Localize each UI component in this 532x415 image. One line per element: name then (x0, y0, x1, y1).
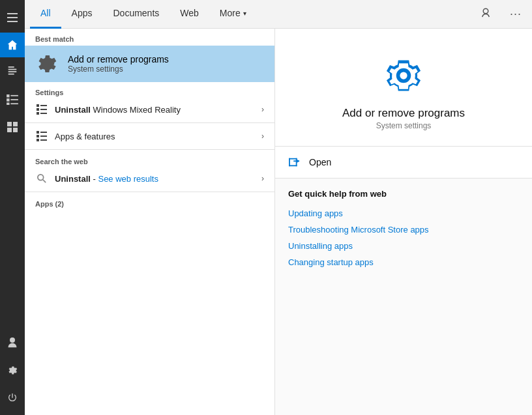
home-icon[interactable] (0, 33, 25, 57)
settings-list-icon (35, 103, 48, 116)
svg-rect-24 (40, 113, 47, 114)
svg-rect-6 (8, 74, 14, 75)
best-match-subtitle: System settings (68, 64, 169, 74)
apps-count-label: Apps (2) (25, 193, 274, 209)
svg-rect-14 (13, 122, 18, 126)
detail-gear-icon (380, 52, 427, 99)
nav-right-icons: ··· (475, 5, 527, 24)
svg-rect-19 (37, 104, 39, 107)
svg-rect-23 (37, 112, 39, 115)
svg-rect-15 (7, 128, 12, 132)
document-icon[interactable] (0, 60, 25, 85)
best-match-text: Add or remove programs System settings (68, 54, 169, 74)
list-icon[interactable] (0, 87, 25, 112)
svg-point-18 (483, 8, 488, 14)
svg-rect-2 (7, 21, 18, 22)
detail-title: Add or remove programs (342, 107, 465, 120)
svg-rect-35 (289, 165, 297, 166)
svg-line-32 (43, 180, 46, 182)
main-panel: All Apps Documents Web More ▾ ··· (25, 0, 532, 415)
svg-rect-12 (10, 103, 18, 104)
cortana-icon[interactable] (475, 5, 497, 24)
grid-icon[interactable] (0, 115, 25, 139)
svg-rect-22 (40, 109, 47, 110)
svg-rect-16 (13, 128, 18, 132)
svg-rect-30 (40, 139, 47, 141)
svg-rect-36 (296, 158, 297, 166)
tab-all[interactable]: All (30, 0, 61, 29)
apps-features-icon (35, 130, 48, 143)
svg-rect-10 (10, 99, 18, 100)
open-label: Open (309, 157, 331, 167)
best-match-title: Add or remove programs (68, 54, 169, 64)
tab-more[interactable]: More ▾ (209, 0, 257, 29)
hamburger-menu-icon[interactable] (0, 5, 25, 30)
divider2 (25, 149, 274, 150)
search-web-icon (35, 172, 48, 185)
web-link-3[interactable]: Uninstalling apps (288, 238, 519, 254)
web-help-section: Get quick help from web Updating apps Tr… (275, 179, 532, 276)
settings-icon[interactable] (0, 358, 25, 382)
detail-panel: Add or remove programs System settings O… (274, 29, 532, 415)
sidebar (0, 0, 25, 415)
top-nav: All Apps Documents Web More ▾ ··· (25, 0, 532, 29)
search-uninstall-web-item[interactable]: Uninstall - See web results › (25, 167, 274, 190)
best-match-label: Best match (25, 29, 274, 46)
web-link-1[interactable]: Updating apps (288, 205, 519, 222)
tab-documents[interactable]: Documents (102, 0, 170, 29)
detail-hero: Add or remove programs System settings (275, 29, 532, 147)
svg-rect-11 (7, 102, 9, 105)
apps-features-label: Apps & features (55, 132, 115, 141)
svg-rect-13 (7, 122, 12, 126)
svg-rect-28 (40, 136, 47, 137)
svg-rect-20 (40, 105, 47, 106)
person-icon[interactable] (0, 330, 25, 355)
web-link-4[interactable]: Changing startup apps (288, 254, 519, 270)
tab-web[interactable]: Web (170, 0, 209, 29)
search-web-label: Search the web (25, 151, 274, 167)
power-icon[interactable] (0, 385, 25, 410)
svg-rect-0 (7, 13, 18, 14)
content-area: Best match Add or remove programs System… (25, 29, 532, 415)
detail-subtitle: System settings (376, 121, 432, 130)
tab-apps[interactable]: Apps (61, 0, 103, 29)
svg-rect-33 (289, 158, 297, 160)
svg-rect-7 (7, 94, 9, 97)
svg-rect-8 (10, 95, 18, 96)
divider3 (25, 192, 274, 192)
open-action[interactable]: Open (275, 147, 532, 179)
web-link-2[interactable]: Troubleshooting Microsoft Store apps (288, 222, 519, 238)
uninstall-mixed-reality-label: Uninstall Windows Mixed Reality (55, 105, 181, 115)
more-options-icon[interactable]: ··· (505, 5, 527, 23)
web-help-title: Get quick help from web (288, 189, 519, 199)
settings-label: Settings (25, 82, 274, 98)
svg-rect-5 (8, 71, 17, 72)
svg-rect-21 (37, 108, 39, 111)
svg-rect-29 (37, 139, 39, 141)
search-web-text: Uninstall - See web results (55, 174, 158, 184)
search-web-arrow-icon: › (261, 174, 264, 183)
svg-point-17 (10, 337, 15, 343)
results-panel: Best match Add or remove programs System… (25, 29, 274, 415)
arrow-icon: › (261, 105, 264, 114)
chevron-down-icon: ▾ (243, 10, 246, 17)
svg-rect-9 (7, 98, 9, 101)
best-match-item[interactable]: Add or remove programs System settings (25, 46, 274, 82)
apps-features-arrow-icon: › (261, 132, 264, 141)
svg-point-31 (38, 175, 44, 180)
apps-features-item[interactable]: Apps & features › (25, 124, 274, 148)
svg-marker-38 (297, 160, 300, 163)
uninstall-mixed-reality-item[interactable]: Uninstall Windows Mixed Reality › (25, 98, 274, 121)
open-icon (288, 156, 301, 169)
svg-rect-26 (40, 132, 47, 133)
svg-rect-25 (37, 131, 39, 134)
svg-rect-1 (7, 17, 18, 18)
svg-rect-34 (289, 158, 290, 166)
svg-rect-4 (8, 69, 17, 70)
divider (25, 122, 274, 123)
svg-rect-27 (37, 135, 39, 137)
svg-rect-3 (8, 66, 14, 68)
gear-icon (35, 52, 59, 76)
